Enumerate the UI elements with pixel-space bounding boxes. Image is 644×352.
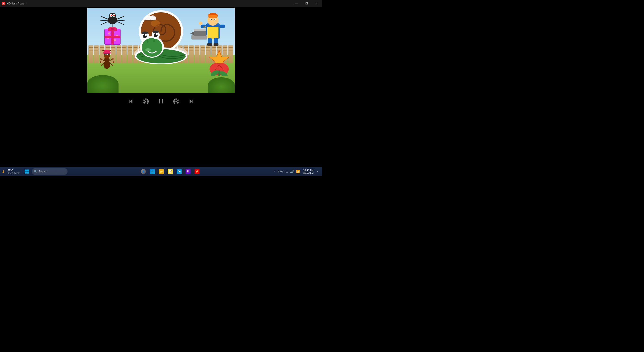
notification-button[interactable]: ● [316,168,320,175]
restore-button[interactable]: ❐ [302,0,312,7]
taskbar: 🌡 31°C 暑い天気です 🔍 Search 👤 🗂 📁 [0,167,322,176]
taskbar-app-user[interactable]: 👤 [139,168,147,176]
svg-point-80 [100,61,101,63]
svg-point-81 [100,65,102,66]
svg-text:5: 5 [175,101,176,103]
pause-button[interactable] [156,97,166,106]
search-bar[interactable]: 🔍 Search [32,168,68,175]
notes-icon: 📝 [168,169,173,174]
fence-plank [194,45,200,63]
weather-info: 31°C 暑い天気です [6,169,22,175]
volume-icon[interactable]: 🔊 [290,169,294,174]
ant-character [99,49,115,69]
svg-rect-71 [104,50,110,53]
svg-line-12 [118,22,124,24]
svg-rect-22 [105,36,120,38]
svg-rect-112 [162,99,163,104]
previous-button[interactable] [126,97,135,106]
svg-rect-118 [27,170,29,172]
svg-line-10 [118,16,124,19]
system-tray: ^ ENG □ 🔊 📶 10:45 AM 11/9/2023 ● [273,168,321,175]
svg-point-32 [214,19,215,20]
svg-point-69 [110,50,111,51]
svg-point-16 [108,32,110,35]
svg-point-25 [111,28,114,30]
game-scene: ✦ ✦ [87,8,235,93]
svg-point-20 [114,39,116,41]
bush-right [208,77,235,93]
svg-point-100 [156,33,158,35]
fence-plank [88,45,93,63]
svg-point-64 [105,54,106,55]
title-bar: HD flash Player — ❐ ✕ [0,0,322,7]
window-controls: — ❐ ✕ [291,0,322,7]
user-avatar: 👤 [141,169,146,174]
weather-icon: 🌡 [1,169,5,174]
cloud-1 [143,15,157,20]
svg-point-99 [145,34,147,36]
svg-point-82 [112,58,114,60]
svg-point-84 [112,65,113,66]
svg-point-6 [113,15,115,16]
svg-point-92 [142,38,162,57]
svg-rect-40 [208,15,217,18]
bush-left [87,75,118,93]
svg-marker-115 [190,100,192,103]
svg-rect-108 [129,100,130,103]
svg-point-79 [100,58,102,60]
taskbar-app-flash[interactable]: ⚡ [193,168,201,176]
svg-rect-72 [104,53,110,54]
weather-widget[interactable]: 🌡 31°C 暑い天気です [1,169,22,175]
weather-description: 暑い天気です [8,172,20,175]
svg-point-106 [150,15,156,20]
svg-line-8 [100,20,108,21]
svg-text:5: 5 [145,101,146,103]
taskbar-app-notes[interactable]: 📝 [166,168,174,176]
taskbar-app-store[interactable]: 🛍 [175,168,183,176]
svg-point-103 [145,48,151,51]
files-icon: 📁 [159,169,164,174]
svg-line-11 [118,20,124,21]
onenote-icon: N [186,169,190,174]
svg-line-9 [101,22,108,24]
search-icon: 🔍 [34,170,37,173]
taskbar-apps: 👤 🗂 📁 📝 🛍 N ⚡ [68,168,272,176]
next-button[interactable] [187,97,196,106]
svg-rect-119 [25,172,27,174]
monitor-icon[interactable]: □ [286,169,288,174]
language-indicator[interactable]: ENG [277,170,284,173]
svg-rect-111 [159,99,160,104]
title-bar-left: HD flash Player [0,2,25,5]
network-icon[interactable]: 📶 [296,169,300,174]
svg-marker-0 [3,3,4,4]
show-hidden-icons[interactable]: ^ [273,170,276,173]
main-content: ✦ ✦ [0,7,322,167]
rewind-5-button[interactable]: 5 [141,97,150,106]
store-icon: 🛍 [177,169,182,174]
clock[interactable]: 10:45 AM 11/9/2023 [302,169,314,174]
video-player[interactable]: ✦ ✦ [87,8,235,93]
svg-point-65 [108,54,109,55]
svg-marker-107 [130,100,132,103]
clock-date: 11/9/2023 [302,172,314,174]
close-button[interactable]: ✕ [312,0,322,7]
playback-controls: 5 5 [126,97,196,106]
svg-rect-120 [27,172,29,174]
svg-rect-33 [207,27,218,39]
forward-5-button[interactable]: 5 [172,97,181,106]
svg-point-83 [113,61,114,63]
svg-point-41 [199,22,202,25]
svg-point-88 [151,20,160,27]
minimize-button[interactable]: — [291,0,302,7]
start-button[interactable] [23,168,31,176]
svg-rect-35 [220,24,225,28]
snail-character [130,8,192,69]
taskbar-app-files[interactable]: 📁 [157,168,165,176]
svg-line-7 [101,16,108,19]
taskbar-app-explorer[interactable]: 🗂 [148,168,156,176]
app-icon [2,2,5,5]
svg-rect-45 [194,29,206,31]
anvil-object: ✦ ✦ [190,25,208,41]
fence-plank [94,45,99,63]
taskbar-app-onenote[interactable]: N [184,168,192,176]
